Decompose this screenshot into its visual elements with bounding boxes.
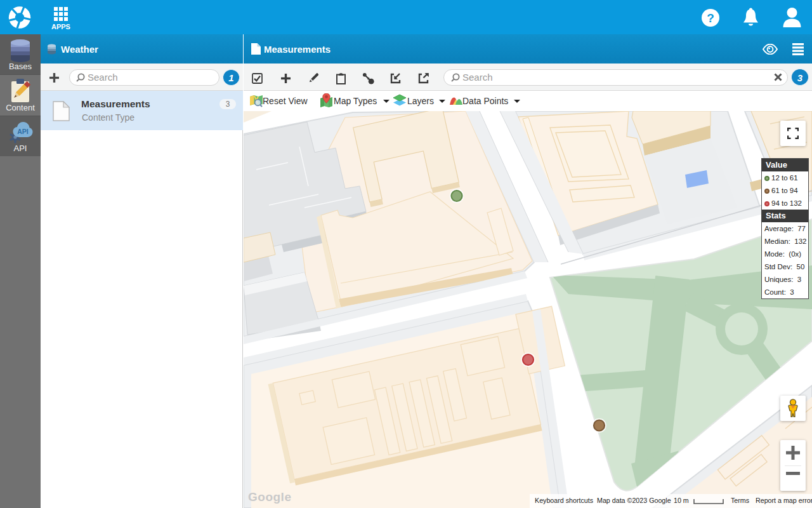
svg-text:API: API bbox=[17, 128, 29, 135]
svg-text:?: ? bbox=[707, 11, 714, 25]
